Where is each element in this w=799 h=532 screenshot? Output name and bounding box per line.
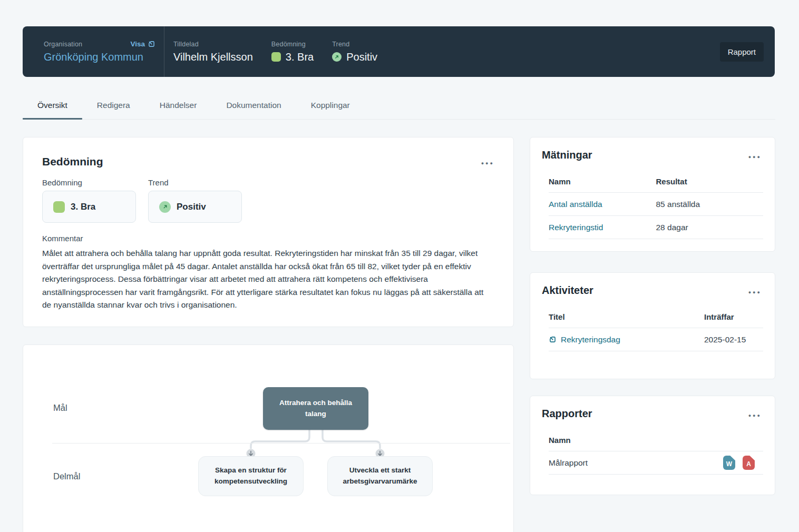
comment-text: Målet att attrahera och behålla talang h…: [42, 247, 493, 312]
tab-handelser[interactable]: Händelser: [145, 94, 212, 119]
organisation-label: Organisation: [44, 41, 82, 48]
trend-up-icon: [159, 201, 171, 213]
assessment-label: Bedömning: [271, 41, 314, 48]
tab-redigera[interactable]: Redigera: [82, 94, 145, 119]
reports-card: Rapporter ●●● Namn Målrapport W A: [530, 396, 775, 495]
activity-title: Rekryteringsdag: [561, 335, 620, 344]
activities-table: Titel Inträffar Rekryteringsdag 2025-02-…: [549, 305, 763, 351]
assigned-block: Tilldelad Vilhelm Kjellsson: [173, 41, 253, 63]
trend-field-value: Positiv: [177, 202, 206, 212]
subgoal-node-1[interactable]: Skapa en struktur för kompetensutvecklin…: [198, 456, 304, 496]
reports-table: Namn Målrapport W A: [549, 428, 763, 475]
header-divider: [164, 26, 164, 77]
trend-field: Trend Positiv: [148, 178, 242, 223]
entity-header: Organisation Visa Grönköping Kommun Till…: [23, 26, 775, 77]
comment-label: Kommentar: [42, 234, 493, 243]
trend-field-box: Positiv: [148, 191, 242, 223]
assessment-field: Bedömning 3. Bra: [42, 178, 136, 223]
column-header-namn: Namn: [549, 177, 656, 186]
column-header-intraffar: Inträffar: [704, 312, 763, 321]
measurements-card-title: Mätningar: [542, 149, 763, 161]
column-header-titel: Titel: [549, 312, 704, 321]
assessment-card: Bedömning ●●● Bedömning 3. Bra Trend: [23, 137, 514, 327]
goal-row-label: Mål: [53, 403, 67, 413]
activity-date: 2025-02-15: [704, 335, 763, 344]
subgoal-row-label: Delmål: [53, 471, 80, 481]
assessment-field-value: 3. Bra: [71, 202, 95, 212]
trend-value: Positiv: [346, 51, 377, 63]
activity-link[interactable]: Rekryteringsdag: [549, 335, 704, 344]
subgoal-node-2[interactable]: Utveckla ett starkt arbetsgivarvarumärke: [327, 456, 433, 496]
goal-map-row-divider: [52, 443, 510, 444]
activities-card-title: Aktiviteter: [542, 284, 763, 297]
more-menu-icon[interactable]: ●●●: [748, 290, 762, 295]
assigned-value: Vilhelm Kjellsson: [173, 51, 253, 63]
tab-kopplingar[interactable]: Kopplingar: [296, 94, 365, 119]
assessment-block: Bedömning 3. Bra: [271, 41, 314, 63]
organisation-value[interactable]: Grönköping Kommun: [44, 51, 155, 63]
goal-node[interactable]: Attrahera och behålla talang: [263, 387, 368, 430]
assigned-label: Tilldelad: [173, 41, 253, 48]
goal-map-card: Mål Delmål Attrahera och behålla talang …: [23, 344, 514, 532]
activities-card: Aktiviteter ●●● Titel Inträffar Rekryter…: [530, 272, 775, 379]
tab-bar: Översikt Redigera Händelser Dokumentatio…: [23, 94, 775, 120]
measurement-link[interactable]: Rekryteringstid: [549, 223, 656, 232]
measurements-card: Mätningar ●●● Namn Resultat Antal anstäl…: [530, 137, 775, 252]
word-file-icon[interactable]: W: [723, 456, 735, 470]
organisation-block: Organisation Visa Grönköping Kommun: [44, 40, 155, 63]
column-header-resultat: Resultat: [656, 177, 764, 186]
external-link-icon: [148, 40, 155, 48]
external-link-icon: [549, 336, 557, 343]
measurement-result: 85 anställda: [656, 200, 764, 209]
report-name: Målrapport: [549, 458, 588, 468]
tab-oversikt[interactable]: Översikt: [23, 94, 82, 119]
more-menu-icon[interactable]: ●●●: [748, 413, 762, 418]
assessment-field-box: 3. Bra: [42, 191, 136, 223]
tab-dokumentation[interactable]: Dokumentation: [211, 94, 296, 119]
measurement-result: 28 dagar: [656, 223, 764, 232]
trend-block: Trend Positiv: [332, 41, 377, 63]
measurements-table: Namn Resultat Antal anställda 85 anställ…: [549, 170, 763, 239]
table-row: Målrapport W A: [549, 451, 763, 475]
table-row: Rekryteringstid 28 dagar: [549, 216, 763, 239]
more-menu-icon[interactable]: ●●●: [748, 154, 762, 160]
assessment-value: 3. Bra: [286, 51, 314, 63]
trend-up-icon: [332, 52, 342, 62]
rating-color-icon: [271, 52, 281, 62]
table-row: Rekryteringsdag 2025-02-15: [549, 328, 763, 351]
visa-link-label: Visa: [130, 40, 145, 48]
visa-link[interactable]: Visa: [130, 40, 155, 48]
pdf-file-icon[interactable]: A: [743, 456, 755, 470]
trend-label: Trend: [332, 41, 377, 48]
more-menu-icon[interactable]: ●●●: [481, 161, 494, 166]
rating-color-icon: [53, 201, 65, 213]
table-row: Antal anställda 85 anställda: [549, 193, 763, 216]
assessment-card-title: Bedömning: [42, 155, 493, 168]
column-header-namn: Namn: [549, 436, 763, 445]
reports-card-title: Rapporter: [542, 408, 763, 420]
assessment-field-label: Bedömning: [42, 178, 136, 187]
goal-map-connectors: [23, 345, 514, 532]
measurement-link[interactable]: Antal anställda: [549, 200, 656, 209]
trend-field-label: Trend: [148, 178, 242, 187]
rapport-button[interactable]: Rapport: [720, 42, 764, 62]
